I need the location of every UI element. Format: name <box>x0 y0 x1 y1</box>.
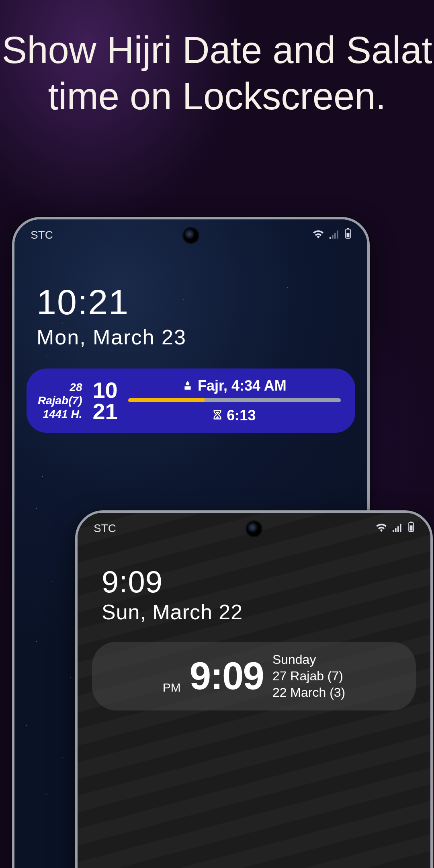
weekday-label: Sunday <box>272 651 345 668</box>
phone-mockup-2: STC 9:09 Sun, March 22 PM 9:09 Sunday <box>75 510 433 868</box>
date-info-block: Sunday 27 Rajab (7) 22 March (3) <box>272 651 345 701</box>
hijri-date-label: 27 Rajab (7) <box>272 668 345 684</box>
battery-icon <box>408 522 414 535</box>
widget-time-block: 10 21 <box>92 379 117 422</box>
prayer-progress-bar <box>128 398 341 402</box>
promo-headline: Show Hijri Date and Salat time on Locksc… <box>0 0 434 119</box>
gregorian-date-label: 22 March (3) <box>272 684 345 701</box>
clock-date: Sun, March 22 <box>102 600 430 624</box>
mosque-icon <box>182 377 193 394</box>
hijri-year: 1441 H. <box>38 407 82 421</box>
hourglass-icon <box>213 407 222 424</box>
hijri-day: 28 <box>38 381 82 394</box>
widget-time: 9:09 <box>190 654 264 698</box>
lockscreen-2: STC 9:09 Sun, March 22 PM 9:09 Sunday <box>78 513 430 868</box>
clock-date: Mon, March 23 <box>37 325 367 349</box>
status-bar: STC <box>14 228 367 242</box>
hijri-date-widget[interactable]: PM 9:09 Sunday 27 Rajab (7) 22 March (3) <box>92 642 416 710</box>
carrier-label: STC <box>31 229 53 242</box>
battery-icon <box>345 228 351 242</box>
hijri-month: Rajab(7) <box>38 394 82 407</box>
clock-time: 10:21 <box>37 282 367 323</box>
wifi-icon <box>313 229 324 242</box>
widget-hour: 10 <box>92 379 117 401</box>
time-remaining: 6:13 <box>227 407 256 424</box>
clock-time: 9:09 <box>102 564 430 599</box>
signal-icon <box>330 229 339 242</box>
carrier-label: STC <box>94 522 116 535</box>
salat-info-block: Fajr, 4:34 AM 6:13 <box>128 377 341 424</box>
status-bar: STC <box>78 522 430 535</box>
svg-rect-5 <box>409 525 412 530</box>
hijri-salat-widget[interactable]: 28 Rajab(7) 1441 H. 10 21 Fajr, 4:34 AM <box>27 368 355 433</box>
svg-rect-2 <box>346 233 349 237</box>
ampm-label: PM <box>163 681 181 694</box>
wifi-icon <box>376 522 387 535</box>
signal-icon <box>393 522 402 535</box>
hijri-date-block: 28 Rajab(7) 1441 H. <box>38 381 82 421</box>
status-icons <box>313 228 351 242</box>
status-icons <box>376 522 414 535</box>
next-prayer-label: Fajr, 4:34 AM <box>198 377 287 394</box>
widget-minute: 21 <box>92 401 117 422</box>
